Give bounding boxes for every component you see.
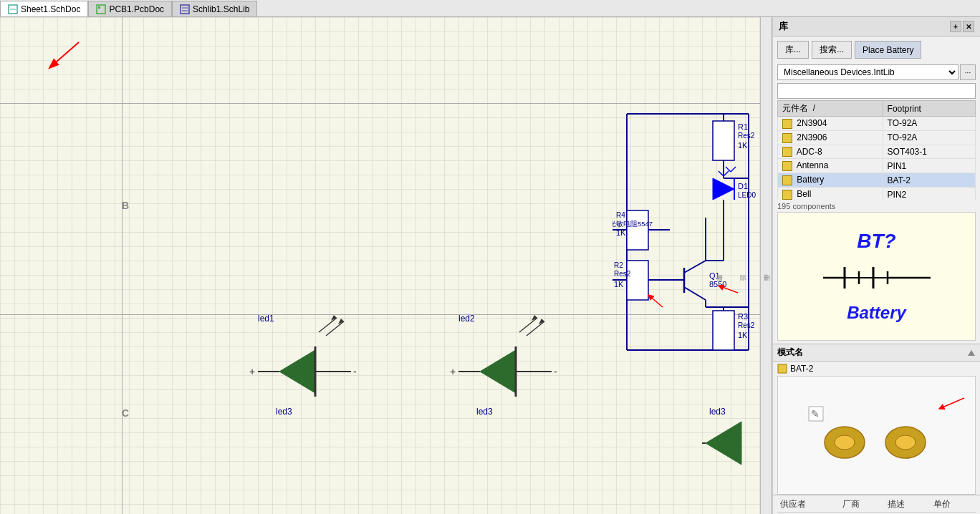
- svg-line-73: [519, 318, 537, 332]
- comp-name-cell: Antenna: [778, 159, 883, 173]
- svg-line-7: [50, 42, 79, 67]
- panel-header: 库 + ✕: [773, 17, 980, 37]
- svg-rect-34: [627, 261, 648, 300]
- tab-schlib1-label: Schlib1.SchLib: [193, 4, 249, 14]
- svg-text:R3: R3: [738, 312, 748, 321]
- panel-close-btn[interactable]: ✕: [963, 21, 974, 32]
- panel-pin-btn[interactable]: +: [950, 21, 961, 32]
- svg-text:Res2: Res2: [614, 270, 631, 278]
- border-left: [122, 17, 123, 514]
- svg-text:Res2: Res2: [738, 321, 755, 329]
- svg-text:led3: led3: [276, 407, 292, 417]
- svg-point-100: [835, 435, 855, 450]
- search-button[interactable]: 搜索...: [812, 41, 852, 59]
- component-table: 元件名 / Footprint 2N3904 TO-92A 2N3906 TO-…: [777, 100, 976, 200]
- svg-rect-98: [778, 364, 787, 373]
- svg-text:-: -: [353, 366, 357, 377]
- table-row[interactable]: ADC-8 SOT403-1: [778, 145, 976, 159]
- battery-label-bt: BT?: [857, 230, 895, 253]
- svg-text:led2: led2: [458, 314, 475, 324]
- comp-name-cell: Bell: [778, 188, 883, 200]
- table-row[interactable]: Battery BAT-2: [778, 173, 976, 188]
- search-input[interactable]: [777, 83, 976, 99]
- lib-dropdown[interactable]: Miscellaneous Devices.IntLib: [777, 64, 959, 80]
- pcb-footprint-preview: ✎: [777, 376, 976, 495]
- svg-line-23: [719, 171, 724, 176]
- col-supplier: 供应者: [777, 497, 840, 513]
- svg-rect-12: [713, 121, 734, 160]
- col-description: 描述: [885, 497, 930, 513]
- component-count: 195 components: [773, 200, 980, 212]
- svg-text:led3: led3: [476, 407, 493, 417]
- tab-sheet1[interactable]: Sheet1.SchDoc: [0, 1, 88, 16]
- main-container: B C R1 Res2 1K: [0, 17, 980, 514]
- svg-marker-65: [279, 350, 315, 393]
- svg-text:+: +: [249, 366, 255, 377]
- svg-point-102: [895, 435, 916, 450]
- comp-name-cell: 2N3906: [778, 130, 883, 145]
- table-row[interactable]: 2N3906 TO-92A: [778, 130, 976, 145]
- footprint-label-text: 模式名: [777, 346, 803, 359]
- svg-marker-18: [713, 178, 734, 200]
- battery-symbol-svg: [820, 260, 934, 296]
- svg-text:Res2: Res2: [738, 132, 755, 140]
- footprint-item: BAT-2: [773, 362, 980, 376]
- svg-marker-85: [706, 422, 741, 465]
- tab-sheet1-label: Sheet1.SchDoc: [21, 4, 80, 14]
- panel-header-buttons: + ✕: [950, 21, 974, 32]
- svg-text:D1: D1: [738, 182, 748, 190]
- lib-dropdown-more-btn[interactable]: ···: [960, 64, 976, 80]
- table-row[interactable]: Bell PIN2: [778, 188, 976, 200]
- right-panel: 库 + ✕ 库... 搜索... Place Battery Miscellan…: [772, 17, 980, 514]
- svg-text:+: +: [450, 366, 456, 377]
- battery-preview-section: BT?: [777, 212, 976, 341]
- footprint-name: BAT-2: [790, 364, 813, 374]
- led2-svg: led2 + - led3: [437, 311, 595, 454]
- svg-text:✎: ✎: [811, 408, 820, 420]
- svg-text:led1: led1: [258, 314, 274, 324]
- table-row[interactable]: Antenna PIN1: [778, 159, 976, 173]
- svg-line-24: [724, 171, 729, 176]
- table-row[interactable]: 2N3904 TO-92A: [778, 117, 976, 131]
- comp-name-cell: ADC-8: [778, 145, 883, 159]
- panel-title: 库: [779, 20, 788, 33]
- comp-name-cell: Battery: [778, 173, 883, 188]
- svg-line-52: [719, 286, 738, 293]
- comp-fp-cell: TO-92A: [883, 130, 975, 145]
- tab-pcb1-label: PCB1.PcbDoc: [109, 4, 164, 14]
- component-table-container: 元件名 / Footprint 2N3904 TO-92A 2N3906 TO-…: [773, 100, 980, 200]
- tab-bar: Sheet1.SchDoc PCB1.PcbDoc Schlib1.SchLib: [0, 0, 980, 17]
- comp-fp-cell: PIN1: [883, 159, 975, 173]
- row-label-c: C: [122, 407, 129, 419]
- svg-text:led3: led3: [709, 407, 726, 417]
- svg-rect-53: [713, 311, 734, 350]
- row-label-b: B: [122, 200, 129, 211]
- lib-button[interactable]: 库...: [777, 41, 809, 59]
- svg-line-43: [684, 287, 706, 300]
- col-header-fp[interactable]: Footprint: [883, 101, 975, 117]
- svg-text:Q1: Q1: [709, 271, 720, 280]
- search-row: [773, 82, 980, 100]
- footprint-section-label: 模式名: [773, 344, 980, 362]
- comp-name-cell: 2N3904: [778, 117, 883, 131]
- col-price: 单价: [931, 497, 976, 513]
- bottom-table-section: 供应者 厂商 描述 单价: [773, 495, 980, 514]
- col-header-name[interactable]: 元件名 /: [778, 101, 883, 117]
- svg-text:R2: R2: [614, 261, 623, 269]
- svg-line-26: [731, 167, 736, 172]
- tab-pcb1[interactable]: PCB1.PcbDoc: [88, 1, 172, 16]
- comp-fp-cell: PIN2: [883, 188, 975, 200]
- schematic-area[interactable]: B C R1 Res2 1K: [0, 17, 772, 514]
- svg-text:R4: R4: [616, 211, 625, 219]
- svg-line-61: [319, 318, 337, 332]
- tab-schlib1[interactable]: Schlib1.SchLib: [172, 1, 257, 16]
- schematic-icon: [8, 4, 18, 14]
- svg-text:-: -: [554, 366, 557, 377]
- place-battery-button[interactable]: Place Battery: [855, 41, 921, 59]
- battery-label-text: Battery: [847, 303, 906, 323]
- bottom-table: 供应者 厂商 描述 单价: [777, 497, 976, 513]
- led1-svg: led1 + - led3: [236, 311, 394, 454]
- svg-line-59: [648, 295, 663, 307]
- footprint-icon: [777, 364, 787, 374]
- pcb-icon: [96, 4, 106, 14]
